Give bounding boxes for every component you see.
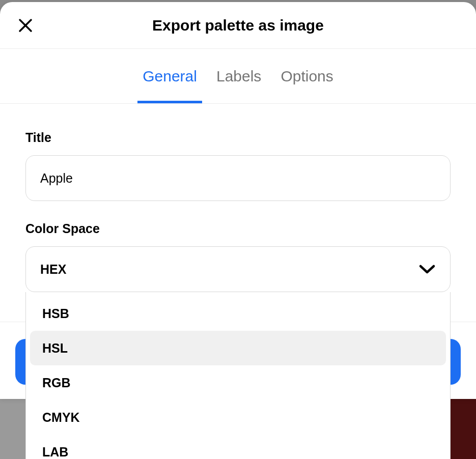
colorspace-option-cmyk[interactable]: CMYK [30, 400, 446, 435]
title-input[interactable] [25, 155, 451, 201]
modal-header: Export palette as image [0, 2, 476, 49]
close-icon [18, 18, 33, 33]
modal-content: Title Color Space HEX HSB HSL RGB CMYK L… [0, 104, 476, 399]
tab-options[interactable]: Options [281, 49, 333, 103]
colorspace-select-wrapper: HEX HSB HSL RGB CMYK LAB [25, 246, 451, 292]
tab-labels[interactable]: Labels [216, 49, 261, 103]
colorspace-option-hsl[interactable]: HSL [30, 331, 446, 365]
title-label: Title [25, 130, 451, 145]
colorspace-dropdown: HSB HSL RGB CMYK LAB [25, 292, 451, 459]
colorspace-select[interactable]: HEX [25, 246, 451, 292]
modal-title: Export palette as image [152, 17, 324, 34]
tabs-bar: General Labels Options [0, 49, 476, 104]
export-modal: Export Export palette as image General L… [0, 2, 476, 399]
colorspace-label: Color Space [25, 221, 451, 236]
tab-general[interactable]: General [143, 49, 197, 103]
colorspace-selected-value: HEX [40, 262, 66, 277]
colorspace-option-lab[interactable]: LAB [30, 435, 446, 459]
close-button[interactable] [15, 15, 36, 36]
chevron-down-icon [418, 264, 436, 275]
colorspace-option-rgb[interactable]: RGB [30, 365, 446, 400]
colorspace-option-hsb[interactable]: HSB [30, 296, 446, 331]
